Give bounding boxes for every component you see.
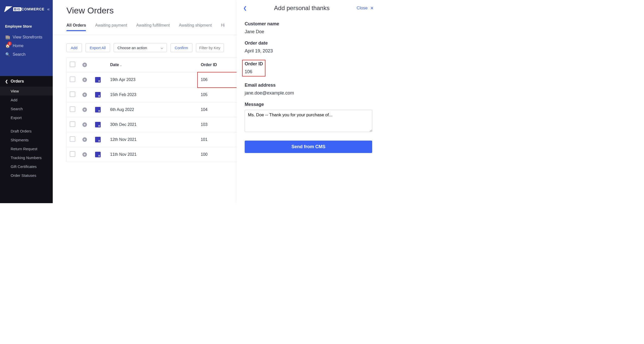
sidebar-item-view[interactable]: View (0, 87, 53, 95)
order-id-label: Order ID (245, 61, 263, 67)
expand-row-icon[interactable]: + (82, 78, 87, 82)
filter-keyword-input[interactable] (196, 43, 224, 52)
nav-search[interactable]: 🔍 Search (0, 50, 53, 59)
row-checkbox[interactable] (70, 77, 75, 82)
logo-big: BIG (13, 7, 21, 11)
source-icon: B (95, 122, 101, 127)
tab-all-orders[interactable]: All Orders (66, 21, 86, 35)
panel-title: Add personal thanks (274, 5, 330, 12)
tab-awaiting-fulfillment[interactable]: Awaiting fulfillment (136, 21, 170, 35)
chevron-left-icon: ❮ (5, 79, 8, 83)
sidebar-item-gift-certificates[interactable]: Gift Certificates (0, 162, 53, 171)
section-label: Orders (11, 79, 24, 84)
source-icon: B (95, 152, 101, 157)
source-icon: B (95, 137, 101, 142)
export-all-button[interactable]: Export All (85, 43, 110, 52)
choose-action-select[interactable]: Choose an action ⌵ (114, 43, 167, 52)
close-label: Close (357, 6, 368, 11)
nav-home[interactable]: 🏠2 Home (0, 42, 53, 50)
row-date: 11th Nov 2021 (107, 147, 198, 162)
sidebar-item-order-statuses[interactable]: Order Statuses (0, 171, 53, 180)
store-name: Employee Store (0, 15, 53, 33)
expand-all-icon[interactable]: + (82, 63, 87, 67)
collapse-sidebar-icon[interactable]: « (47, 7, 50, 12)
expand-row-icon[interactable]: + (82, 152, 87, 157)
message-label: Message (245, 102, 372, 107)
tab-truncated[interactable]: Hi (221, 21, 225, 35)
home-icon: 🏠2 (5, 44, 10, 48)
tab-awaiting-payment[interactable]: Awaiting payment (95, 21, 127, 35)
sidebar-item-shipments[interactable]: Shipments (0, 136, 53, 144)
search-icon: 🔍 (5, 52, 10, 57)
brand-pane: BIG COMMERCE « Employee Store 🏬 View Sto… (0, 0, 53, 76)
row-date: 30th Dec 2021 (107, 117, 198, 132)
customer-name-label: Customer name (245, 21, 372, 27)
side-panel: ❮ Add personal thanks Close ✕ Customer n… (237, 0, 380, 203)
panel-back-icon[interactable]: ❮ (243, 5, 247, 11)
customer-name-value: Jane Doe (245, 29, 372, 34)
sidebar-item-search[interactable]: Search (0, 104, 53, 113)
home-badge: 2 (8, 42, 12, 46)
row-date: 12th Nov 2021 (107, 132, 198, 147)
select-label: Choose an action (117, 46, 147, 50)
order-date-label: Order date (245, 41, 372, 46)
row-date: 15th Feb 2023 (107, 87, 198, 102)
confirm-button[interactable]: Confirm (170, 43, 192, 52)
row-checkbox[interactable] (70, 136, 75, 142)
nav-view-storefronts[interactable]: 🏬 View Storefronts (0, 33, 53, 42)
chevron-down-icon: ⌵ (161, 45, 163, 50)
order-date-value: April 19, 2023 (245, 48, 372, 54)
row-checkbox[interactable] (70, 121, 75, 127)
sort-icon: ⌵ (120, 63, 122, 67)
row-checkbox[interactable] (70, 106, 75, 112)
message-textarea[interactable] (245, 110, 372, 132)
add-button[interactable]: Add (66, 43, 82, 52)
sidebar-item-add[interactable]: Add (0, 95, 53, 104)
sidebar-section-orders[interactable]: ❮ Orders (0, 76, 53, 87)
email-value: jane.doe@example.com (245, 90, 372, 96)
sidebar-item-export[interactable]: Export (0, 113, 53, 122)
source-icon: B (95, 77, 101, 83)
sidebar: BIG COMMERCE « Employee Store 🏬 View Sto… (0, 0, 53, 203)
order-id-highlight: Order ID 106 (242, 60, 265, 77)
nav-label: Home (13, 44, 24, 48)
logo-commerce: COMMERCE (21, 7, 44, 11)
row-date: 19th Apr 2023 (107, 72, 198, 87)
col-date[interactable]: Date⌵ (107, 58, 198, 72)
row-checkbox[interactable] (70, 91, 75, 97)
storefront-icon: 🏬 (5, 35, 10, 40)
panel-close-button[interactable]: Close ✕ (357, 6, 374, 11)
sidebar-item-tracking-numbers[interactable]: Tracking Numbers (0, 153, 53, 162)
logo-mark-icon (4, 6, 13, 12)
expand-row-icon[interactable]: + (82, 122, 87, 127)
order-id-value: 106 (245, 69, 263, 74)
source-icon: B (95, 107, 101, 112)
row-checkbox[interactable] (70, 151, 75, 157)
email-label: Email address (245, 83, 372, 88)
source-icon: B (95, 92, 101, 98)
sidebar-item-draft-orders[interactable]: Draft Orders (0, 127, 53, 136)
close-icon: ✕ (370, 6, 374, 11)
expand-row-icon[interactable]: + (82, 137, 87, 142)
logo: BIG COMMERCE (5, 6, 44, 12)
tab-awaiting-shipment[interactable]: Awaiting shipment (179, 21, 212, 35)
nav-label: Search (13, 52, 26, 57)
expand-row-icon[interactable]: + (82, 92, 87, 97)
sidebar-item-return-request[interactable]: Return Request (0, 144, 53, 153)
send-from-cms-button[interactable]: Send from CMS (245, 141, 372, 153)
expand-row-icon[interactable]: + (82, 107, 87, 112)
nav-label: View Storefronts (13, 35, 42, 40)
select-all-checkbox[interactable] (70, 62, 75, 67)
row-date: 6th Aug 2022 (107, 102, 198, 117)
